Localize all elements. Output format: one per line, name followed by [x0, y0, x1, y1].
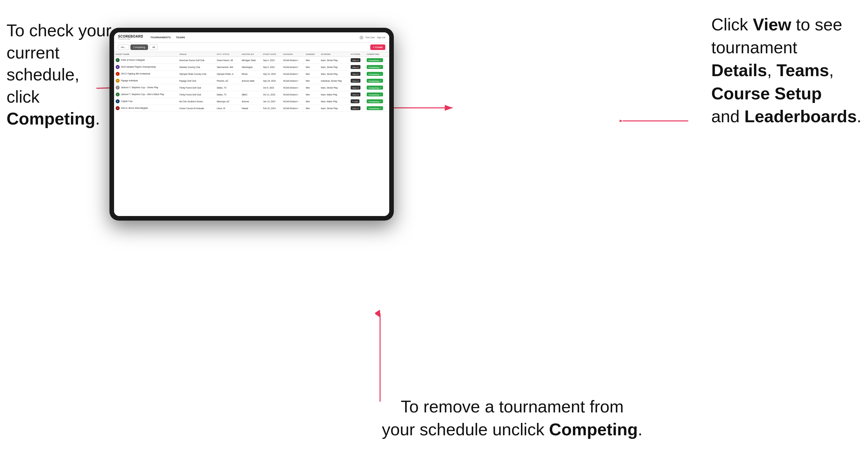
event-name-text: Jackson T. Stephens Cup – Stroke Play [121, 86, 158, 89]
competing-button[interactable]: Competing ✓ [367, 106, 383, 110]
cell-gender: Men [304, 77, 319, 84]
cell-actions: View ⊙ [349, 105, 365, 112]
cell-scoring: team, Match Play [319, 98, 349, 105]
col-venue: VENUE [178, 52, 215, 57]
cell-scoring: team, Stroke Play [319, 71, 349, 77]
cell-scoring: team, Stroke Play [319, 105, 349, 112]
cell-actions: ✏ Edit [349, 98, 365, 105]
cell-competing: Competing ✓ [365, 84, 389, 91]
cell-city: Olympia Fields, IL [215, 71, 240, 77]
scoreboard-logo: SCOREBOARD Powered by clipp [118, 35, 143, 40]
table-header-row: EVENT NAME VENUE CITY, STATE HOSTED BY S… [114, 52, 389, 57]
cell-gender: Men [304, 98, 319, 105]
team-logo: J [116, 92, 120, 96]
competing-button[interactable]: Competing ✓ [367, 58, 383, 62]
cell-division: NCAA Division I [282, 77, 304, 84]
cell-event-name: A Copper Cup [114, 98, 178, 105]
cell-competing: Competing ✓ [365, 64, 389, 71]
sign-out-link[interactable]: Sign out [377, 36, 385, 38]
cell-gender: Men [304, 105, 319, 112]
col-actions: ACTIONS [349, 52, 365, 57]
cell-start-date: Oct 9, 2023 [261, 84, 282, 91]
user-name: Test User [365, 36, 375, 38]
cell-hosted: Hawaii [240, 105, 261, 112]
cell-division: NCAA Division I [282, 84, 304, 91]
nav-tournaments[interactable]: TOURNAMENTS [148, 36, 173, 39]
tournaments-table-container: EVENT NAME VENUE CITY, STATE HOSTED BY S… [114, 52, 389, 216]
tablet-screen: SCOREBOARD Powered by clipp TOURNAMENTS … [114, 32, 389, 216]
cell-start-date: Sep 9, 2023 [261, 64, 282, 71]
cell-event-name: H John A. Burns Intercollegiate [114, 105, 178, 112]
team-logo: J [116, 86, 120, 90]
cell-event-name: W 2023 Sahalee Players Championship [114, 64, 178, 71]
cell-city: Grand Haven, MI [215, 57, 240, 64]
edit-button[interactable]: ✏ Edit [351, 99, 360, 103]
cell-city: Phoenix, AZ [215, 77, 240, 84]
tab-all[interactable]: All [149, 44, 158, 50]
view-button[interactable]: View ⊙ [351, 92, 361, 96]
cell-division: NCAA Division I [282, 71, 304, 77]
cell-division: NCAA Division I [282, 91, 304, 98]
view-button[interactable]: View ⊙ [351, 72, 361, 76]
table-row: H John A. Burns Intercollegiate Ocean Co… [114, 105, 389, 112]
tab-competing[interactable]: Competing [130, 44, 148, 50]
cell-competing: Competing ✓ [365, 77, 389, 84]
competing-button[interactable]: Competing ✓ [367, 86, 383, 90]
col-division: DIVISION [282, 52, 304, 57]
cell-city: Dallas, TX [215, 91, 240, 98]
col-gender: GENDER [304, 52, 319, 57]
view-button[interactable]: View ⊙ [351, 65, 361, 69]
competing-button[interactable]: Competing ✓ [367, 99, 383, 103]
cell-gender: Men [304, 57, 319, 64]
col-hosted-by: HOSTED BY [240, 52, 261, 57]
event-name-text: John A. Burns Intercollegiate [121, 107, 148, 110]
cell-scoring: individual, Stroke Play [319, 77, 349, 84]
cell-competing: Competing ✓ [365, 98, 389, 105]
view-button[interactable]: View ⊙ [351, 106, 361, 110]
app-header: SCOREBOARD Powered by clipp TOURNAMENTS … [114, 32, 389, 43]
team-logo: H [116, 106, 120, 110]
table-row: I OFCC Fighting Illini Invitational Olym… [114, 71, 389, 77]
view-button[interactable]: View ⊙ [351, 86, 361, 90]
event-name-text: 2023 Sahalee Players Championship [121, 66, 156, 68]
competing-button[interactable]: Competing ✓ [367, 92, 383, 96]
cell-division: NCAA Division I [282, 98, 304, 105]
team-logo: I [116, 72, 120, 76]
cell-gender: Men [304, 84, 319, 91]
view-button[interactable]: View ⊙ [351, 58, 361, 62]
cell-venue: Ak-Chin Southern Dunes [178, 98, 215, 105]
cell-actions: View ⊙ [349, 57, 365, 64]
create-button[interactable]: + Create [370, 44, 385, 50]
tab-home[interactable]: Ho... [118, 44, 129, 50]
table-row: W 2023 Sahalee Players Championship Saha… [114, 64, 389, 71]
cell-event-name: P Papago Individual [114, 77, 178, 84]
cell-city: Sammamish, WA [215, 64, 240, 71]
cell-hosted: Arizona [240, 98, 261, 105]
table-row: P Papago Individual Papago Golf Club Pho… [114, 77, 389, 84]
team-logo: P [116, 79, 120, 83]
annotation-competing-bold: Competing [6, 109, 95, 128]
competing-button[interactable]: Competing ✓ [367, 72, 383, 76]
col-start-date: START DATE [261, 52, 282, 57]
cell-competing: Competing ✓ [365, 105, 389, 112]
cell-start-date: Feb 15, 2024 [261, 105, 282, 112]
cell-competing: Competing ✓ [365, 57, 389, 64]
cell-event-name: J Jackson T. Stephens Cup – Men's Match … [114, 91, 178, 98]
cell-hosted: Washington [240, 64, 261, 71]
nav-teams[interactable]: TEAMS [173, 36, 188, 39]
view-button[interactable]: View ⊙ [351, 79, 361, 83]
cell-start-date: Sep 4, 2023 [261, 57, 282, 64]
cell-scoring: team, Stroke Play [319, 64, 349, 71]
tournaments-table: EVENT NAME VENUE CITY, STATE HOSTED BY S… [114, 52, 389, 112]
competing-button[interactable]: Competing ✓ [367, 65, 383, 69]
cell-competing: Competing ✓ [365, 71, 389, 77]
user-icon [360, 36, 364, 39]
competing-button[interactable]: Competing ✓ [367, 79, 383, 83]
cell-scoring: team, Stroke Play [319, 84, 349, 91]
cell-start-date: Jan 14, 2024 [261, 98, 282, 105]
cell-venue: Trinity Forest Golf Club [178, 91, 215, 98]
cell-venue: Olympia Fields Country Club [178, 71, 215, 77]
cell-event-name: J Jackson T. Stephens Cup – Stroke Play [114, 84, 178, 91]
cell-actions: View ⊙ [349, 91, 365, 98]
col-scoring: SCORING [319, 52, 349, 57]
